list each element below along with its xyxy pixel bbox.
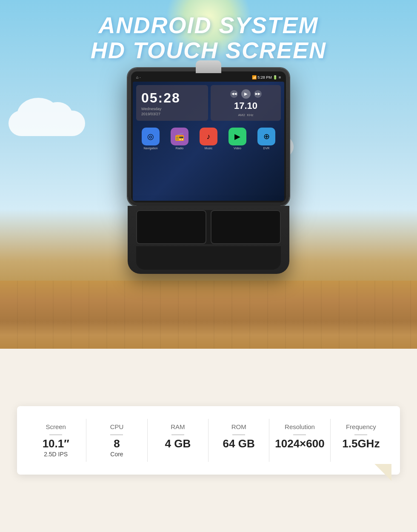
spec-item-cpu: CPU 8 Core	[86, 419, 147, 462]
app-icon-music[interactable]: ♪ Music	[200, 128, 217, 199]
app-icon-navigation[interactable]: ◎ Navigation	[142, 128, 160, 199]
spec-divider	[49, 435, 62, 435]
app-icon-img: ♪	[200, 128, 217, 145]
spec-value: 4 GB	[165, 438, 191, 450]
device-lower-bottom	[136, 246, 281, 270]
app-icon-radio[interactable]: 📻 Radio	[171, 128, 189, 199]
specs-card: Screen 10.1″ 2.5D IPS CPU 8 Core RAM 4 G…	[17, 406, 400, 475]
app-icon-dvr[interactable]: ⊕ DVR	[257, 128, 275, 199]
title-line1: ANDROID SYSTEM	[0, 13, 417, 38]
screen-bezel: ⌂ · 📶 5:28 PM 🔋 ≡ 05:28 Wednesday 2019/0…	[131, 71, 286, 202]
next-button[interactable]: ▶▶	[254, 90, 262, 98]
day-display: Wednesday	[141, 107, 203, 111]
lower-slot-right	[211, 210, 281, 244]
spec-item-ram: RAM 4 GB	[148, 419, 208, 462]
radio-frequency: 17.10	[234, 100, 257, 111]
apps-row: ◎ Navigation 📻 Radio ♪ Music ▶ Video ⊕ D…	[133, 124, 284, 201]
spec-divider	[110, 435, 123, 435]
spec-value: 8	[114, 438, 120, 450]
device-unit: ⌂ · 📶 5:28 PM 🔋 ≡ 05:28 Wednesday 2019/0…	[115, 68, 302, 274]
app-icon-img: 📻	[171, 128, 189, 145]
spec-value: 1.5GHz	[342, 438, 380, 450]
app-icon-video[interactable]: ▶ Video	[228, 128, 246, 199]
spec-sub-value: Core	[110, 451, 123, 458]
app-label: Radio	[176, 147, 183, 150]
app-label: Navigation	[143, 147, 157, 150]
radio-block: ◀◀ ▶ ▶▶ 17.10 AM2 KHz	[211, 85, 281, 121]
wood-grain	[0, 281, 417, 349]
radio-controls: ◀◀ ▶ ▶▶	[230, 89, 262, 99]
title-section: ANDROID SYSTEM HD TOUCH SCREEN	[0, 13, 417, 63]
app-label: DVR	[263, 147, 270, 150]
spec-divider	[354, 435, 367, 435]
spec-item-screen: Screen 10.1″ 2.5D IPS	[26, 419, 86, 462]
spec-item-rom: ROM 64 GB	[208, 419, 269, 462]
clock-display: 05:28	[141, 90, 203, 106]
spec-label: Frequency	[346, 423, 376, 430]
screen-content: 05:28 Wednesday 2019/03/27 ◀◀ ▶ ▶▶ 17.10	[133, 82, 284, 201]
app-icon-img: ◎	[142, 128, 160, 145]
radio-station-label: AM2 KHz	[238, 113, 253, 117]
device-handle	[196, 60, 221, 73]
status-time: 📶 5:28 PM 🔋 ≡	[252, 75, 281, 80]
spec-value: 10.1″	[43, 438, 69, 450]
lower-slot-left	[136, 210, 206, 244]
spec-label: CPU	[110, 423, 124, 430]
time-block: 05:28 Wednesday 2019/03/27	[136, 85, 208, 121]
spec-label: Resolution	[285, 423, 315, 430]
app-label: Music	[205, 147, 212, 150]
play-button[interactable]: ▶	[241, 89, 251, 99]
screen-top-row: 05:28 Wednesday 2019/03/27 ◀◀ ▶ ▶▶ 17.10	[133, 82, 284, 124]
spec-item-frequency: Frequency 1.5GHz	[331, 419, 391, 462]
app-icon-img: ⊕	[257, 128, 275, 145]
device-outer-frame: ⌂ · 📶 5:28 PM 🔋 ≡ 05:28 Wednesday 2019/0…	[128, 68, 289, 206]
spec-label: RAM	[171, 423, 185, 430]
app-label: Video	[234, 147, 241, 150]
spec-divider	[232, 435, 245, 435]
date-display: 2019/03/27	[141, 112, 203, 116]
spec-value: 1024×600	[275, 438, 324, 450]
app-icon-img: ▶	[228, 128, 246, 145]
status-bar: ⌂ · 📶 5:28 PM 🔋 ≡	[133, 73, 284, 82]
spec-divider	[171, 435, 184, 435]
device-screen: 05:28 Wednesday 2019/03/27 ◀◀ ▶ ▶▶ 17.10	[133, 82, 284, 201]
spec-item-resolution: Resolution 1024×600	[269, 419, 330, 462]
home-icon: ⌂ ·	[136, 75, 140, 80]
lower-slots	[136, 210, 281, 244]
spec-label: ROM	[231, 423, 246, 430]
title-line2: HD TOUCH SCREEN	[0, 38, 417, 63]
spec-sub-value: 2.5D IPS	[44, 451, 68, 458]
device-lower-section	[128, 206, 289, 274]
prev-button[interactable]: ◀◀	[230, 90, 238, 98]
spec-divider	[293, 435, 306, 435]
specs-grid: Screen 10.1″ 2.5D IPS CPU 8 Core RAM 4 G…	[26, 419, 391, 462]
specs-section: Screen 10.1″ 2.5D IPS CPU 8 Core RAM 4 G…	[0, 349, 417, 532]
spec-label: Screen	[46, 423, 66, 430]
spec-value: 64 GB	[223, 438, 255, 450]
